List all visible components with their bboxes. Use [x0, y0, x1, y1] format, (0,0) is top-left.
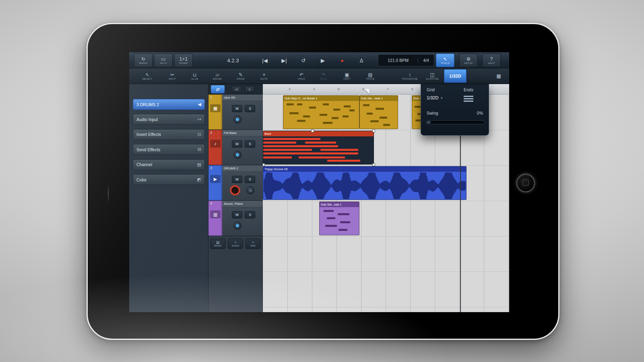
master-solo-button[interactable]: S [245, 86, 254, 93]
grid-settings-popup: Grid Ends 1/32D ▾ Swing 0% [421, 84, 489, 136]
quantize-button[interactable]: ◫QUANTIZE [422, 69, 442, 83]
track-1-tile[interactable]: 1▦Jazz KitMS [208, 95, 263, 130]
transpose-label: TRANSPOSE [402, 78, 418, 80]
help-button[interactable]: ?HELP [482, 53, 501, 67]
draw-button[interactable]: ✎DRAW [231, 69, 251, 83]
follow-playhead-button[interactable]: ⇄ [211, 85, 225, 93]
track-4-tile[interactable]: 4▥Acous. PianoMS [208, 201, 263, 236]
midi-note [323, 122, 332, 124]
clip-resize-handle[interactable] [372, 130, 375, 132]
swing-label: Swing [427, 111, 438, 115]
grid-button[interactable]: ▦ [491, 69, 507, 83]
monitor-button[interactable]: ◁ [246, 186, 254, 194]
track-mute-button[interactable]: M [232, 140, 242, 148]
split-button[interactable]: ✂SPLIT [162, 69, 182, 83]
snap-grid-value-button[interactable]: 1/32D [444, 69, 466, 83]
midi-note [263, 138, 320, 140]
add-audio-button[interactable]: +AUDIO [228, 239, 243, 249]
glue-button[interactable]: ⊔GLUE [185, 69, 205, 83]
add-track-button[interactable]: ▤TRACK [210, 239, 225, 249]
setup-button[interactable]: ⚙SETUP [459, 53, 478, 67]
midi-note [344, 105, 351, 107]
play-icon: ▶ [321, 58, 325, 64]
midi-note [339, 229, 347, 231]
track-mute-button[interactable]: M [232, 105, 242, 112]
clip-body [320, 207, 359, 235]
clip-dubstep-piano[interactable]: Dub Ste...eak 1 [319, 202, 359, 235]
paste-button[interactable]: ▤PASTE [360, 69, 380, 83]
track-solo-button[interactable]: S [245, 105, 255, 112]
inspector-channel[interactable]: Channel▤ [133, 159, 205, 170]
track-solo-button[interactable]: S [245, 211, 255, 218]
keys-label: KEYS [160, 62, 167, 64]
clip-resize-handle[interactable] [372, 163, 375, 166]
midi-note [376, 108, 384, 110]
clip-trippy-groove-05[interactable]: Trippy Groove 05 [263, 166, 466, 200]
gridline [508, 95, 509, 312]
send-effects-icon: ⊟ [198, 147, 201, 152]
redo-label: REDO [320, 78, 328, 80]
track-3-tile[interactable]: 3▶DRUMS 2MS◁ [208, 165, 263, 201]
paste-icon: ▤ [368, 72, 372, 77]
media-button[interactable]: ↻MEDIA [134, 53, 153, 67]
help-label: HELP [488, 62, 495, 64]
record-button[interactable]: ● [333, 53, 351, 67]
mute-button[interactable]: ×MUTE [254, 69, 274, 83]
track-name: Acous. Piano [222, 201, 263, 207]
home-button[interactable] [516, 174, 535, 192]
add-midi-button[interactable]: +MIDI [246, 239, 261, 249]
loop-button[interactable]: ↺ [294, 53, 313, 67]
track-mute-button[interactable]: M [232, 176, 242, 183]
swing-slider[interactable] [426, 120, 485, 124]
clip-fm-bass[interactable]: Bass [263, 131, 374, 165]
midi-note [349, 109, 355, 111]
tools-button[interactable]: ↖TOOLS [436, 53, 454, 67]
inspector-send-effects[interactable]: Send Effects⊟ [133, 144, 205, 155]
ruler-marker-icon [364, 89, 369, 94]
keys-button[interactable]: ▭KEYS [154, 53, 173, 67]
track-mute-button[interactable]: M [232, 211, 242, 218]
input-monitor-button[interactable] [233, 115, 242, 123]
clip-body [263, 172, 466, 200]
master-mute-button[interactable]: M [232, 86, 242, 93]
add-midi-icon: + [252, 241, 254, 245]
tempo-display[interactable]: 121.0 BPM 4/4 [378, 54, 434, 66]
inspector-audio-input[interactable]: Audio Input↦ [133, 114, 205, 125]
inspector-track-header[interactable]: 3 DRUMS 2◀ [133, 99, 205, 110]
swing-slider-thumb[interactable] [427, 121, 431, 123]
bar-number: 6 [362, 87, 364, 91]
record-arm-button[interactable] [230, 185, 240, 195]
select-button[interactable]: ↖SELECT [137, 69, 157, 83]
undo-button[interactable]: ↶UNDO [291, 69, 312, 83]
grid-value-dropdown[interactable]: 1/32D ▾ [427, 95, 442, 100]
metronome-button[interactable]: Δ [352, 53, 371, 67]
input-monitor-button[interactable] [233, 151, 242, 159]
color-label: Color [136, 177, 197, 182]
track-solo-button[interactable]: S [245, 140, 255, 148]
inspector-color[interactable]: Color◩ [133, 174, 205, 185]
erase-button[interactable]: ▱ERASE [207, 69, 227, 83]
input-monitor-button[interactable] [233, 222, 242, 230]
follow-icon: ⇄ [216, 87, 219, 92]
rewind-button[interactable]: |◀ [256, 53, 274, 67]
clip-body [283, 101, 359, 129]
setup-label: SETUP [464, 62, 473, 64]
redo-button[interactable]: ↷REDO [314, 69, 334, 83]
tools-label: TOOLS [441, 62, 450, 64]
clip-resize-handle[interactable] [311, 130, 314, 132]
track-solo-button[interactable]: S [245, 176, 255, 183]
transpose-button[interactable]: ↕TRANSPOSE [400, 69, 420, 83]
clip-dubstep-break-1[interactable]: Dub Ste...reak 1 [359, 95, 398, 129]
copy-button[interactable]: ▣COPY [337, 69, 357, 83]
track-2-tile[interactable]: 2♪FM BassMS [208, 130, 263, 165]
track-name: FM Bass [222, 130, 263, 136]
play-button[interactable]: ▶ [314, 53, 332, 67]
mixer-button[interactable]: 1+1MIXER [174, 53, 193, 67]
clip-dubstep-groove-break-1[interactable]: Dub Step G...ve Break 1 [283, 95, 359, 129]
midi-note [332, 117, 339, 119]
ends-mode-button[interactable] [464, 96, 473, 102]
clip-resize-handle[interactable] [263, 163, 265, 166]
inspector-insert-effects[interactable]: Insert Effects⊡ [133, 129, 205, 140]
forward-button[interactable]: ▶| [275, 53, 293, 67]
help-icon: ? [490, 57, 493, 62]
